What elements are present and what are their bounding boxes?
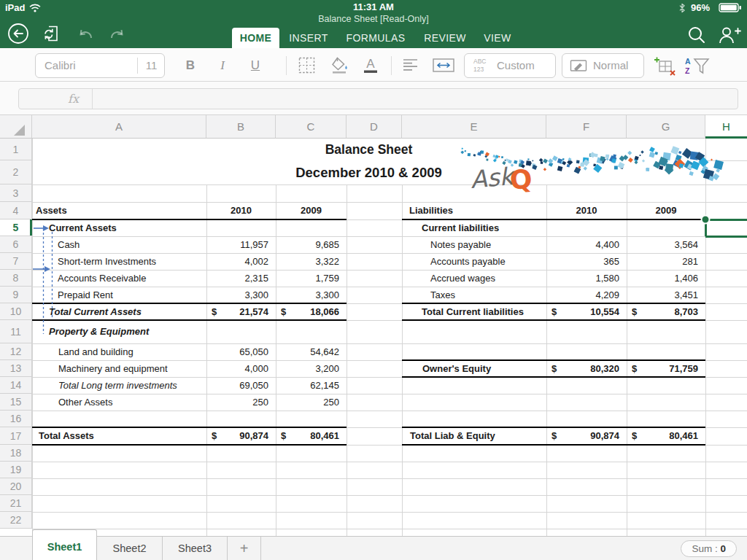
cell-G9[interactable]: 3,451 xyxy=(627,287,705,303)
cell-A13[interactable]: Machinery and equipment xyxy=(32,360,206,377)
tab-view[interactable]: VIEW xyxy=(477,28,518,48)
cell-G13[interactable]: $71,759 xyxy=(627,360,705,377)
row-header-15[interactable]: 15 xyxy=(0,394,32,411)
row-header-6[interactable]: 6 xyxy=(0,236,32,253)
cell-B14[interactable]: 69,050 xyxy=(206,377,276,394)
cell-A11[interactable]: Property & Equipment xyxy=(32,320,206,343)
cell-C15[interactable]: 250 xyxy=(276,394,347,411)
number-format-button[interactable]: ABC 123 Custom xyxy=(464,53,556,78)
cell-G7[interactable]: 281 xyxy=(627,253,705,270)
cell-C14[interactable]: 62,145 xyxy=(276,377,347,394)
row-header-10[interactable]: 10 xyxy=(0,303,32,320)
cell-title-row2[interactable]: December 2010 & 2009 xyxy=(32,160,705,184)
cell-B4[interactable]: 2010 xyxy=(206,202,276,219)
cell-A7[interactable]: Short-term Investments xyxy=(32,253,206,270)
font-color-icon[interactable]: A xyxy=(362,56,379,74)
tab-insert[interactable]: INSERT xyxy=(285,28,333,48)
cell-E10[interactable]: Total Current liabilities xyxy=(402,303,546,320)
selection-handle[interactable] xyxy=(700,214,711,225)
col-header-E[interactable]: E xyxy=(402,115,546,139)
cell-A14[interactable]: Total Long term investments xyxy=(32,377,206,394)
sheet-tab-sheet1[interactable]: Sheet1 xyxy=(32,529,97,560)
cell-E13[interactable]: Owner's Equity xyxy=(402,360,546,377)
cell-C12[interactable]: 54,642 xyxy=(276,343,347,360)
cell-F8[interactable]: 1,580 xyxy=(546,270,627,287)
row-header-8[interactable]: 8 xyxy=(0,270,32,287)
cell-B6[interactable]: 11,957 xyxy=(206,236,276,253)
col-header-G[interactable]: G xyxy=(627,115,705,139)
col-header-D[interactable]: D xyxy=(347,115,402,139)
cell-B7[interactable]: 4,002 xyxy=(206,253,276,270)
cell-G8[interactable]: 1,406 xyxy=(627,270,705,287)
sum-status-pill[interactable]: Sum : 0 xyxy=(681,540,737,557)
cell-A6[interactable]: Cash xyxy=(32,236,206,253)
cell-A9[interactable]: Prepaid Rent xyxy=(32,287,206,303)
redo-icon[interactable] xyxy=(108,26,127,43)
cell-B13[interactable]: 4,000 xyxy=(206,360,276,377)
cell-A12[interactable]: Land and building xyxy=(32,343,206,360)
row-header-11[interactable]: 11 xyxy=(0,320,32,343)
cell-styles-button[interactable]: Normal xyxy=(562,53,644,78)
cell-A4[interactable]: Assets xyxy=(32,202,206,219)
insert-delete-cells-icon[interactable] xyxy=(654,56,676,76)
cell-E7[interactable]: Accounts payable xyxy=(402,253,546,270)
col-header-H[interactable]: H xyxy=(705,115,747,139)
sheet-tab-sheet2[interactable]: Sheet2 xyxy=(97,537,163,560)
search-icon[interactable] xyxy=(686,25,707,45)
italic-button[interactable]: I xyxy=(213,53,232,78)
cell-G6[interactable]: 3,564 xyxy=(627,236,705,253)
cell-E9[interactable]: Taxes xyxy=(402,287,546,303)
tab-formulas[interactable]: FORMULAS xyxy=(343,28,409,48)
tab-review[interactable]: REVIEW xyxy=(417,28,473,48)
row-header-14[interactable]: 14 xyxy=(0,377,32,394)
cell-F9[interactable]: 4,209 xyxy=(546,287,627,303)
sheet-tab-sheet3[interactable]: Sheet3 xyxy=(163,537,228,560)
cell-F17[interactable]: $90,874 xyxy=(546,427,627,445)
font-picker[interactable]: Calibri 11 xyxy=(35,53,165,78)
fill-color-icon[interactable] xyxy=(330,56,351,74)
cell-A8[interactable]: Accounts Receivable xyxy=(32,270,206,287)
cell-B15[interactable]: 250 xyxy=(206,394,276,411)
row-header-16[interactable]: 16 xyxy=(0,411,32,427)
row-header-22[interactable]: 22 xyxy=(0,512,32,529)
cell-A15[interactable]: Other Assets xyxy=(32,394,206,411)
cell-B9[interactable]: 3,300 xyxy=(206,287,276,303)
row-header-13[interactable]: 13 xyxy=(0,360,32,377)
row-header-12[interactable]: 12 xyxy=(0,343,32,360)
cell-F7[interactable]: 365 xyxy=(546,253,627,270)
cell-E8[interactable]: Accrued wages xyxy=(402,270,546,287)
tab-home[interactable]: HOME xyxy=(232,28,279,48)
row-header-7[interactable]: 7 xyxy=(0,253,32,270)
cell-E5[interactable]: Current liabilities xyxy=(402,219,546,236)
cell-C17[interactable]: $80,461 xyxy=(276,427,347,445)
cell-B10[interactable]: $21,574 xyxy=(206,303,276,320)
cell-A17[interactable]: Total Assets xyxy=(32,427,206,445)
cell-C8[interactable]: 1,759 xyxy=(276,270,347,287)
col-header-C[interactable]: C xyxy=(276,115,347,139)
cell-E6[interactable]: Notes payable xyxy=(402,236,546,253)
col-header-F[interactable]: F xyxy=(546,115,627,139)
cell-G10[interactable]: $8,703 xyxy=(627,303,705,320)
row-header-5[interactable]: 5 xyxy=(0,219,32,236)
cell-E4[interactable]: Liabilities xyxy=(402,202,546,219)
borders-icon[interactable] xyxy=(298,56,316,74)
bold-button[interactable]: B xyxy=(181,53,200,78)
file-sync-icon[interactable] xyxy=(42,24,61,43)
alignment-icon[interactable] xyxy=(401,56,420,74)
row-header-18[interactable]: 18 xyxy=(0,445,32,462)
cell-B12[interactable]: 65,050 xyxy=(206,343,276,360)
merge-cells-icon[interactable] xyxy=(432,56,455,74)
cell-C6[interactable]: 9,685 xyxy=(276,236,347,253)
add-person-icon[interactable] xyxy=(717,25,742,45)
formula-bar[interactable]: fx xyxy=(18,88,738,109)
cell-C7[interactable]: 3,322 xyxy=(276,253,347,270)
cell-G17[interactable]: $80,461 xyxy=(627,427,705,445)
back-button[interactable] xyxy=(7,23,29,44)
row-header-20[interactable]: 20 xyxy=(0,478,32,495)
cell-F13[interactable]: $80,320 xyxy=(546,360,627,377)
row-header-21[interactable]: 21 xyxy=(0,495,32,512)
undo-icon[interactable] xyxy=(76,26,95,43)
cell-E17[interactable]: Total Liab & Equity xyxy=(402,427,546,445)
formula-input[interactable] xyxy=(93,89,738,109)
cell-A10[interactable]: Total Current Assets xyxy=(32,303,206,320)
